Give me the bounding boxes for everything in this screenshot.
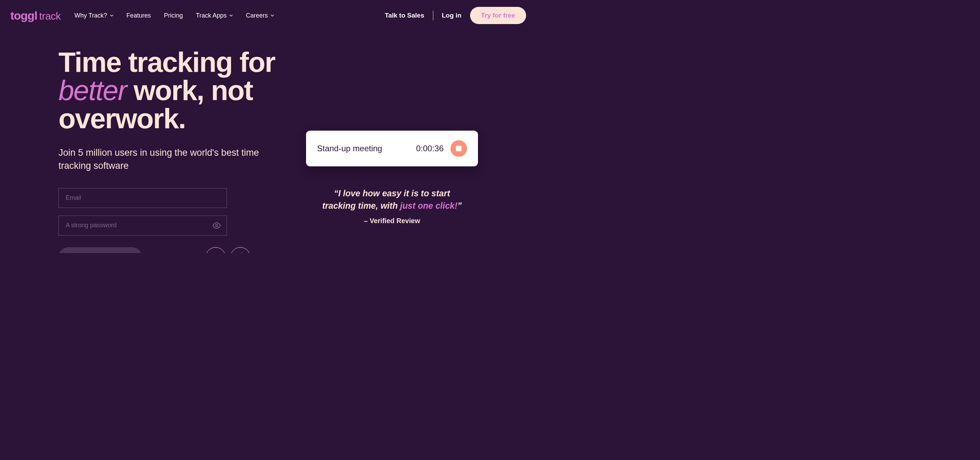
nav: Why Track? Features Pricing Track Apps C… [75, 12, 274, 19]
header: toggl track Why Track? Features Pricing … [0, 0, 536, 31]
password-input[interactable] [59, 216, 227, 236]
hero-right: Stand-up meeting 0:00:36 “I love how eas… [306, 48, 478, 253]
log-in-link[interactable]: Log in [442, 12, 461, 19]
header-right: Talk to Sales Log in Try for free [385, 7, 526, 24]
chevron-down-icon [229, 14, 233, 16]
logo-secondary: track [39, 10, 61, 22]
hero-left: Time tracking for better work, not overw… [59, 48, 292, 253]
chevron-down-icon [110, 14, 113, 16]
svg-point-0 [216, 224, 218, 226]
logo-primary: toggl [10, 9, 37, 22]
timer-card: Stand-up meeting 0:00:36 [306, 131, 478, 166]
email-input[interactable] [59, 188, 227, 208]
nav-careers[interactable]: Careers [246, 12, 274, 19]
timer-entry-label: Stand-up meeting [317, 144, 409, 153]
main: Time tracking for better work, not overw… [0, 31, 536, 253]
nav-why-track[interactable]: Why Track? [75, 12, 113, 19]
eye-icon[interactable] [213, 221, 221, 230]
timer-stop-button[interactable] [450, 140, 467, 157]
signup-email-button[interactable]: Sign up with email [59, 247, 142, 253]
talk-to-sales-link[interactable]: Talk to Sales [385, 12, 424, 19]
google-signup-button[interactable] [206, 247, 226, 253]
stop-icon [456, 146, 461, 151]
timer-elapsed: 0:00:36 [416, 144, 444, 153]
divider [433, 11, 433, 20]
hero-subtitle: Join 5 million users in using the world'… [59, 146, 292, 173]
logo[interactable]: toggl track [10, 9, 61, 22]
chevron-down-icon [270, 14, 274, 16]
testimonial-attribution: – Verified Review [364, 217, 420, 225]
hero-title-pre: Time tracking for [59, 46, 275, 78]
quote-emphasis: just one click! [400, 201, 458, 210]
apple-icon [237, 253, 244, 253]
social-buttons [206, 247, 250, 253]
hero-title: Time tracking for better work, not overw… [59, 48, 292, 133]
nav-label: Careers [246, 12, 268, 19]
hero-title-italic: better [59, 75, 127, 106]
nav-label: Features [127, 12, 151, 19]
signup-form: Sign up with email Or sign up with: [59, 188, 292, 253]
nav-features[interactable]: Features [127, 12, 151, 19]
apple-signup-button[interactable] [231, 247, 250, 253]
nav-track-apps[interactable]: Track Apps [196, 12, 233, 19]
try-free-button[interactable]: Try for free [470, 7, 526, 24]
signup-row: Sign up with email Or sign up with: [59, 247, 292, 253]
testimonial-quote: “I love how easy it is to start tracking… [320, 187, 464, 212]
nav-label: Why Track? [75, 12, 107, 19]
password-wrap [59, 216, 227, 236]
nav-label: Pricing [164, 12, 183, 19]
nav-pricing[interactable]: Pricing [164, 12, 183, 19]
quote-post: ” [457, 201, 462, 210]
nav-label: Track Apps [196, 12, 227, 19]
